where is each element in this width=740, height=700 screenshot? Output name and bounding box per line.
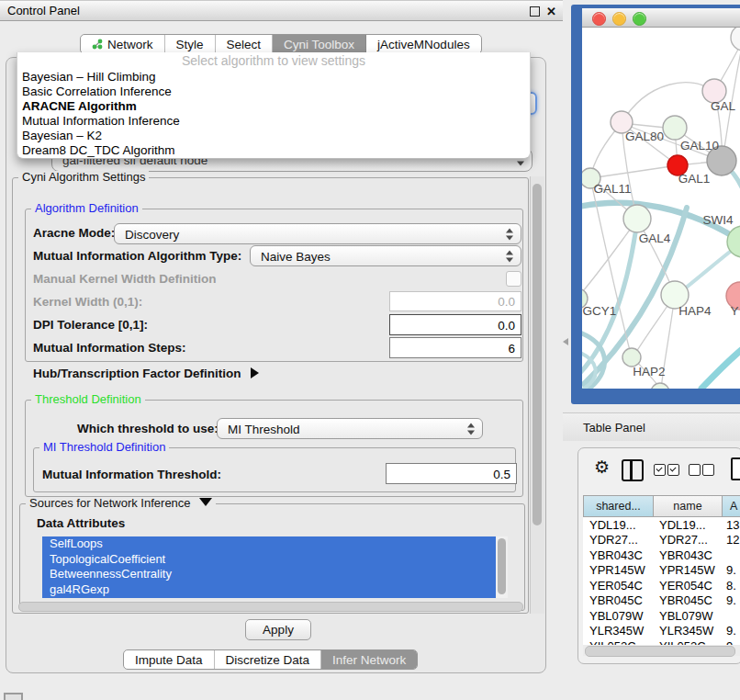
control-panel-tabs: Network Style Select Cyni Toolbox jActiv… [80,34,482,54]
table-row[interactable]: YDL19...YDL19...13 [583,517,740,533]
collapse-down-icon[interactable] [199,498,212,506]
table-cell: YLR345W [583,624,653,638]
table-row[interactable]: YBR043CYBR043C [583,548,740,563]
network-node[interactable] [731,28,740,51]
tab-infer-network[interactable]: Infer Network [321,650,417,669]
close-traffic-light[interactable] [592,12,606,26]
mi-threshold-field[interactable]: 0.5 [386,463,517,484]
network-edge[interactable] [622,83,714,123]
tab-impute-data[interactable]: Impute Data [124,650,215,669]
which-threshold-combo[interactable]: MI Threshold [217,418,483,439]
node-label: GAL4 [639,231,671,245]
tab-jactivemnodules[interactable]: jActiveMNodules [366,35,481,53]
network-canvas[interactable]: GALGAL80GAL10GAL1GAL11SWI4GAL4GCY1HAP4YH… [582,28,740,389]
table-panel-title: Table Panel [583,413,645,442]
attribute-item[interactable]: BetweennessCentrality [42,567,508,582]
kernel-width-field[interactable]: 0.0 [389,291,521,311]
scrollbar-thumb[interactable] [498,538,506,594]
table-cell: YDL19... [583,518,653,532]
table-cell: YBL079W [583,609,653,623]
table-panel-header: Table Panel [563,412,740,441]
aracne-mode-combo[interactable]: Discovery [114,223,521,244]
check-mark [656,465,662,471]
algorithm-option[interactable]: ARACNE Algorithm [17,99,530,114]
column-header-name[interactable]: name [654,496,723,516]
column-header-clipped[interactable]: A [723,496,740,516]
node-label: GAL1 [678,172,711,186]
tab-discretize-data[interactable]: Discretize Data [215,650,322,669]
network-node[interactable] [651,383,669,389]
network-node[interactable] [623,205,651,232]
mi-steps-label: Mutual Information Steps: [33,341,186,355]
table-hscroll-track[interactable] [583,645,740,656]
tab-select[interactable]: Select [216,35,274,53]
close-icon[interactable]: ✕ [546,2,556,21]
network-edge[interactable] [701,344,740,389]
horizontal-scrollbar[interactable] [18,602,523,612]
minimized-panel-icon[interactable] [4,693,23,700]
split-columns-icon[interactable] [622,459,644,481]
table-hscroll-thumb[interactable] [585,646,735,657]
data-attributes-list[interactable]: SelfLoopsTopologicalCoefficientBetweenne… [42,536,508,598]
table-row[interactable]: YBR045CYBR045C9. [583,593,740,609]
algorithm-option[interactable]: Bayesian – K2 [17,129,530,143]
attribute-item[interactable]: TopologicalCoefficient [42,552,508,568]
node-label: GAL80 [625,130,664,143]
attribute-item[interactable]: gal4RGexp [42,582,508,598]
column-header-shared-name[interactable]: shared... [584,496,654,516]
node-label: HAP2 [633,365,665,378]
apply-button[interactable]: Apply [245,619,311,640]
network-window-titlebar[interactable] [582,8,740,28]
page-icon[interactable] [731,457,740,480]
table-row[interactable]: YDR27...YDR27...12 [583,533,740,548]
table-row[interactable]: YBL079WYBL079W [583,608,740,624]
mi-steps-field[interactable]: 6 [389,337,521,358]
manual-kernel-checkbox[interactable] [506,271,521,287]
table-row[interactable]: YIL052CYIL052C9 [583,638,740,645]
dpi-tolerance-field[interactable]: 0.0 [389,314,521,335]
tab-style[interactable]: Style [165,35,216,53]
dropdown-placeholder: Select algorithm to view settings [17,52,530,70]
table-row[interactable]: YPR145WYPR145W9. [583,563,740,579]
control-panel-titlebar: Control Panel ✕ [0,0,563,21]
algorithm-option[interactable]: Bayesian – Hill Climbing [17,70,530,85]
screen: { "window": {"title": "Control Panel", "… [0,0,740,700]
table-row[interactable]: YER054CYER054C8. [583,578,740,593]
settings-scrollbar-track[interactable] [530,176,544,614]
algorithm-option[interactable]: Basic Correlation Inference [17,85,530,99]
node-label: GAL [711,99,736,113]
tab-cyni-toolbox[interactable]: Cyni Toolbox [273,35,366,53]
table-header-row: shared... name A [583,495,740,517]
splitter-handle[interactable] [563,338,568,345]
gear-icon[interactable]: ⚙ [594,457,610,478]
check-mark [669,465,676,471]
minimize-traffic-light[interactable] [612,12,626,26]
algorithm-option[interactable]: Mutual Information Inference [17,114,530,129]
network-node[interactable] [622,348,641,367]
tab-network[interactable]: Network [81,35,165,53]
deselect-all-checkbox-icon[interactable] [702,464,714,476]
select-all-checkbox-icon[interactable] [654,464,666,476]
algorithm-option[interactable]: Dream8 DC_TDC Algorithm [17,143,530,158]
settings-scrollbar-thumb[interactable] [533,184,542,525]
spinner-arrows-icon [506,250,513,262]
aracne-mode-label: Aracne Mode: [33,226,115,240]
zoom-traffic-light[interactable] [633,12,646,26]
select-all-checkbox-icon[interactable] [667,464,679,476]
table-body[interactable]: YDL19...YDL19...13YDR27...YDR27...12YBR0… [583,517,740,645]
attribute-item[interactable]: SelfLoops [42,536,508,552]
spinner-arrows-icon [467,423,475,435]
network-svg: GALGAL80GAL10GAL1GAL11SWI4GAL4GCY1HAP4YH… [582,28,740,389]
dpi-tolerance-value: 0.0 [498,318,515,332]
network-node[interactable] [663,116,687,140]
deselect-all-checkbox-icon[interactable] [689,464,701,476]
expand-right-icon[interactable] [251,367,259,378]
float-panel-icon[interactable] [530,6,540,17]
manual-kernel-label: Manual Kernel Width Definition [33,272,216,286]
network-edge[interactable] [590,165,678,178]
table-cell: 12 [722,533,740,547]
mi-algorithm-type-value: Naive Bayes [261,249,331,263]
mi-algorithm-type-combo[interactable]: Naive Bayes [250,245,521,266]
attributes-scrollbar[interactable] [496,536,508,598]
table-row[interactable]: YLR345WYLR345W9. [583,624,740,639]
